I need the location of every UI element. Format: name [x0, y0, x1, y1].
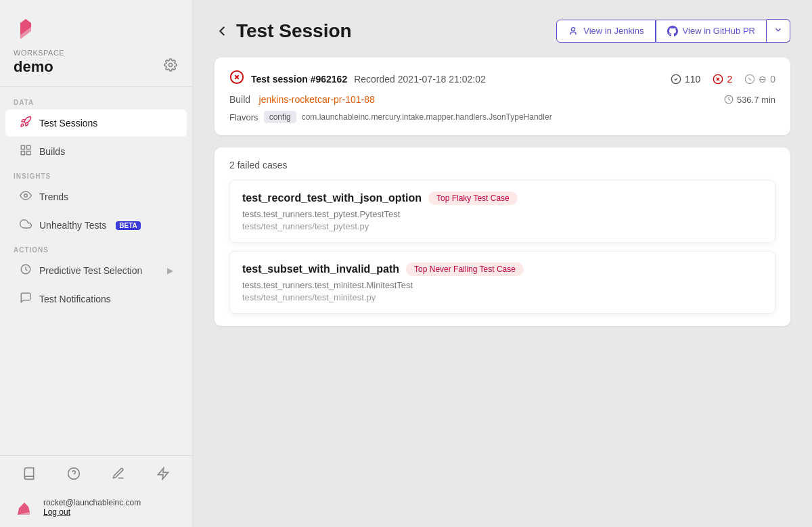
sidebar-item-test-sessions[interactable]: Test Sessions — [5, 110, 187, 137]
build-label: Build — [229, 94, 250, 105]
user-email: rocket@launchableinc.com — [43, 498, 141, 507]
duration: 536.7 min — [724, 95, 775, 105]
sidebar-item-builds[interactable]: Builds — [5, 138, 187, 165]
chat-icon — [19, 292, 32, 306]
view-github-label: View in GitHub PR — [683, 26, 755, 36]
svg-point-1 — [169, 64, 173, 67]
dropdown-button[interactable] — [767, 19, 790, 43]
user-info: rocket@launchableinc.com Log out — [14, 496, 179, 519]
view-jenkins-label: View in Jenkins — [583, 26, 644, 36]
stat-pass: 110 — [671, 74, 700, 85]
view-jenkins-button[interactable]: View in Jenkins — [556, 20, 655, 43]
svg-rect-2 — [21, 145, 24, 149]
logout-link[interactable]: Log out — [43, 507, 141, 517]
svg-point-6 — [24, 194, 28, 198]
question-icon-button[interactable] — [64, 464, 83, 486]
rocket-icon — [19, 116, 32, 131]
sidebar: Workspace demo DATA Test Sessions — [0, 0, 193, 527]
grid-icon — [19, 144, 32, 159]
sidebar-item-unhealthy-tests[interactable]: Unhealthy Tests BETA — [5, 212, 187, 239]
build-link[interactable]: jenkins-rocketcar-pr-101-88 — [259, 94, 375, 105]
sidebar-item-label-test-sessions: Test Sessions — [39, 118, 97, 129]
page-title-row: Test Session — [215, 20, 352, 42]
megaphone-icon-button[interactable] — [154, 464, 173, 486]
test-class-path: tests.test_runners.test_minitest.Minites… — [242, 280, 763, 290]
beta-badge: BETA — [116, 221, 140, 230]
test-class-path: tests.test_runners.test_pytest.PytestTes… — [242, 209, 763, 219]
sidebar-item-label-predictive: Predictive Test Selection — [39, 265, 142, 276]
sidebar-bottom: rocket@launchableinc.com Log out — [0, 455, 192, 527]
test-case-card: test_subset_with_invalid_path Top Never … — [229, 251, 775, 314]
view-github-button[interactable]: View in GitHub PR — [656, 20, 767, 43]
pen-icon-button[interactable] — [109, 464, 128, 486]
main-content: Test Session View in Jenkins View in Git… — [193, 0, 812, 527]
user-avatar-icon — [14, 496, 37, 519]
session-card: Test session #962162 Recorded 2021-07-18… — [215, 58, 790, 135]
flavors-row: Flavors config com.launchableinc.mercury… — [229, 111, 775, 123]
sidebar-item-label-builds: Builds — [39, 146, 65, 157]
flavor-config-badge: config — [264, 111, 296, 123]
svg-rect-4 — [21, 152, 24, 155]
workspace-label: Workspace — [14, 49, 179, 57]
eye-icon — [19, 189, 32, 204]
test-file-path: tests/test_runners/test_pytest.py — [242, 221, 763, 231]
stat-fail: 2 — [713, 74, 732, 85]
back-button[interactable] — [215, 24, 229, 39]
header-buttons: View in Jenkins View in GitHub PR — [556, 19, 790, 43]
sidebar-item-label-unhealthy-tests: Unhealthy Tests — [39, 220, 106, 231]
insights-section-label: INSIGHTS — [0, 166, 192, 183]
workspace-name: demo — [14, 58, 53, 76]
chevron-right-icon: ▶ — [167, 266, 173, 275]
page-title: Test Session — [236, 20, 352, 42]
clock-icon — [19, 263, 32, 278]
test-file-path: tests/test_runners/test_minitest.py — [242, 292, 763, 302]
app-logo-icon — [14, 14, 42, 42]
session-number: Test session #962162 — [251, 74, 347, 85]
failed-header: 2 failed cases — [229, 160, 775, 170]
sidebar-item-label-test-notifications: Test Notifications — [39, 294, 111, 304]
logo-area — [0, 0, 192, 49]
failed-cases-card: 2 failed cases test_record_test_with_jso… — [215, 147, 790, 326]
data-section-label: DATA — [0, 92, 192, 109]
svg-point-11 — [572, 27, 575, 30]
stat-skip: ⊖ 0 — [744, 74, 775, 85]
workspace-info: Workspace demo — [0, 49, 192, 86]
test-case-name: test_subset_with_invalid_path — [242, 263, 399, 275]
page-header: Test Session View in Jenkins View in Git… — [215, 19, 790, 43]
sidebar-item-test-notifications[interactable]: Test Notifications — [5, 285, 187, 313]
session-stats: 110 2 ⊖ 0 — [671, 74, 775, 85]
session-recorded: Recorded 2021-07-18 21:02:02 — [354, 74, 486, 85]
actions-section-label: ACTIONS — [0, 239, 192, 256]
error-circle-icon — [229, 70, 244, 88]
cloud-icon — [19, 218, 32, 233]
sidebar-item-predictive-test-selection[interactable]: Predictive Test Selection ▶ — [5, 257, 187, 284]
svg-rect-5 — [27, 152, 30, 155]
flavors-label: Flavors — [229, 112, 258, 122]
never-failing-tag: Top Never Failing Test Case — [406, 262, 524, 276]
settings-button[interactable] — [162, 57, 179, 76]
svg-rect-3 — [27, 145, 30, 149]
sidebar-item-trends[interactable]: Trends — [5, 183, 187, 210]
sidebar-item-label-trends: Trends — [39, 191, 68, 202]
test-case-card: test_record_test_with_json_option Top Fl… — [229, 180, 775, 243]
flavor-handler-value: com.launchableinc.mercury.intake.mapper.… — [302, 112, 552, 122]
flaky-tag: Top Flaky Test Case — [428, 191, 518, 205]
book-icon-button[interactable] — [20, 464, 39, 486]
test-case-name: test_record_test_with_json_option — [242, 192, 422, 204]
